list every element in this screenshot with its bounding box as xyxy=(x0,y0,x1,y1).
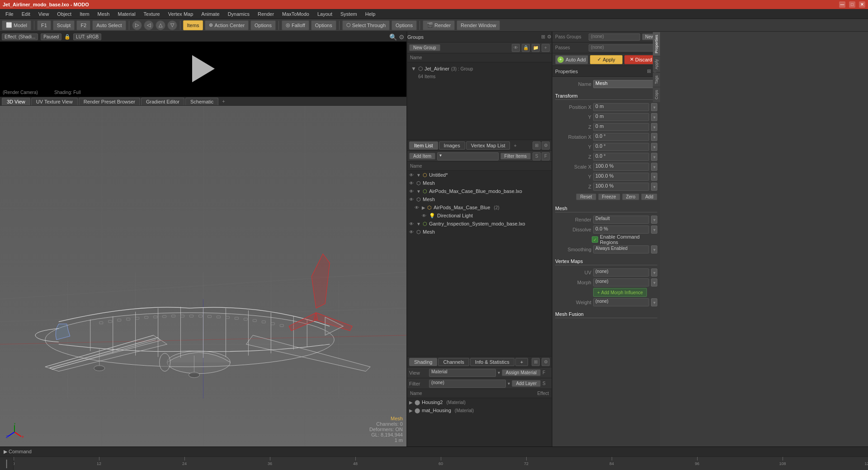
pass-groups-val[interactable]: (none) xyxy=(589,33,640,41)
group-item-jet[interactable]: ▼ ⬡ Jet_Airliner (3) : Group xyxy=(409,64,550,73)
minimize-btn[interactable]: — xyxy=(839,1,845,8)
pst-cops[interactable]: Cops xyxy=(653,87,660,102)
paused-btn[interactable]: Paused xyxy=(41,33,61,40)
position-z-input[interactable]: 0 m xyxy=(593,123,649,131)
rot-y-arrow[interactable]: ▾ xyxy=(651,143,657,151)
shading-item-mat-housing[interactable]: ▶ ⬤ mat_Housing (Material) xyxy=(407,406,552,414)
render-btn[interactable]: 🎬 Render xyxy=(423,20,455,30)
menu-mesh[interactable]: Mesh xyxy=(94,10,113,18)
rotation-y-input[interactable]: 0.0 ° xyxy=(593,143,649,151)
tab-gradient-editor[interactable]: Gradient Editor xyxy=(141,98,184,105)
tab-3d-view[interactable]: 3D View xyxy=(2,98,30,105)
model-btn[interactable]: ⬜ Model xyxy=(2,20,31,30)
morph-select[interactable]: (none) xyxy=(593,278,649,287)
weight-select[interactable]: (none) xyxy=(593,298,649,306)
menu-render[interactable]: Render xyxy=(254,10,278,18)
render-arrow[interactable]: ▾ xyxy=(651,216,657,224)
scale-z-input[interactable]: 100.0 % xyxy=(593,183,649,191)
tab-vertex-map[interactable]: Vertex Map List xyxy=(466,141,510,150)
menu-help[interactable]: Help xyxy=(362,10,379,18)
lut-btn[interactable]: LUT: sRGB xyxy=(73,33,101,40)
assign-material-btn[interactable]: Assign Material xyxy=(502,369,541,376)
tab-shading[interactable]: Shading xyxy=(409,358,437,366)
shading-expand-icon[interactable]: ⊞ xyxy=(532,358,540,366)
gear-icon[interactable]: ⚙ xyxy=(547,34,552,40)
item-directional-light[interactable]: 👁 💡 Directional Light xyxy=(407,212,552,220)
tab-uv-texture[interactable]: UV Texture View xyxy=(31,98,78,105)
tab-schematic[interactable]: Schematic xyxy=(185,98,218,105)
mode-btn-4[interactable]: ▽ xyxy=(167,20,177,30)
falloff-btn[interactable]: ◎ Falloff xyxy=(282,20,309,30)
new-group-btn[interactable]: New Group xyxy=(409,44,440,51)
sh-expand2-icon[interactable]: ▶ xyxy=(409,408,413,413)
item-untitled[interactable]: 👁 ▼ ⬡ Untitled* xyxy=(407,171,552,179)
menu-view[interactable]: View xyxy=(35,10,53,18)
position-x-input[interactable]: 0 m xyxy=(593,103,649,111)
filter-items-btn[interactable]: Filter Items xyxy=(500,153,531,160)
menu-layout[interactable]: Layout xyxy=(314,10,336,18)
expand-icon[interactable]: ⊞ xyxy=(541,34,545,40)
tab-render-preset[interactable]: Render Preset Browser xyxy=(79,98,140,105)
menu-object[interactable]: Object xyxy=(53,10,75,18)
props-expand-icon[interactable]: ⊞ xyxy=(647,68,651,74)
groups-folder-icon[interactable]: 📁 xyxy=(532,44,540,52)
maximize-btn[interactable]: □ xyxy=(849,1,855,8)
item-gantry-mesh[interactable]: 👁 ⬡ Mesh xyxy=(407,228,552,236)
add-layer-btn[interactable]: Add Layer xyxy=(512,380,541,387)
pst-apply[interactable]: Apply xyxy=(653,56,660,72)
zoom-icon[interactable]: 🔍 xyxy=(389,33,397,41)
f2-btn[interactable]: F2 xyxy=(76,20,90,30)
freeze-btn[interactable]: Freeze xyxy=(598,193,620,200)
smoothing-select[interactable]: Always Enabled xyxy=(593,245,649,254)
mode-btn-1[interactable]: ▷ xyxy=(132,20,142,30)
tab-info-stats[interactable]: Info & Statistics xyxy=(470,358,514,366)
menu-edit[interactable]: Edit xyxy=(18,10,34,18)
tab-item-list[interactable]: Item List xyxy=(409,141,438,150)
tab-sh-more[interactable]: + xyxy=(515,358,528,366)
items-btn[interactable]: Items xyxy=(183,20,203,30)
sh-expand-icon[interactable]: ▶ xyxy=(409,400,413,405)
dissolve-input[interactable]: 0.0 % xyxy=(593,226,649,234)
uv-select[interactable]: (none) xyxy=(593,268,649,277)
play-button[interactable] xyxy=(192,55,215,82)
groups-lock-icon[interactable]: 🔒 xyxy=(522,44,530,52)
item-expand-icon[interactable]: ⊞ xyxy=(533,141,541,150)
reset-btn[interactable]: Reset xyxy=(576,193,596,200)
render-window-btn[interactable]: Render Window xyxy=(457,20,500,30)
rot-z-arrow[interactable]: ▾ xyxy=(651,153,657,161)
uv-arrow[interactable]: ▾ xyxy=(651,268,657,277)
tab-more[interactable]: + xyxy=(511,142,519,149)
zero-btn[interactable]: Zero xyxy=(622,193,640,200)
f1-btn[interactable]: F1 xyxy=(37,20,51,30)
pst-properties[interactable]: Properties xyxy=(653,32,660,56)
filter-dropdown[interactable]: (none) xyxy=(429,380,506,388)
tab-channels[interactable]: Channels xyxy=(438,358,469,366)
eye-icon[interactable]: 👁 xyxy=(409,173,415,178)
viewport-inner[interactable]: Perspective Default Ray GL: Off ⟳ ⊡ 🔍 ⚙ xyxy=(0,106,406,446)
menu-maxtomodo[interactable]: MaxToModo xyxy=(278,10,313,18)
item-airpods-mesh[interactable]: 👁 ⬡ Mesh xyxy=(407,195,552,203)
menu-vertexmap[interactable]: Vertex Map xyxy=(165,10,197,18)
name-input[interactable]: Mesh xyxy=(593,80,657,88)
expand-icon[interactable]: ▼ xyxy=(416,173,421,178)
item-s-btn[interactable]: S xyxy=(533,152,541,160)
item-list[interactable]: 👁 ▼ ⬡ Untitled* 👁 ⬡ Mesh 👁 ▼ ⬡ AirPods_M… xyxy=(407,171,552,356)
shading-list[interactable]: ▶ ⬤ Housing2 (Material) ▶ ⬤ mat_Housing … xyxy=(407,398,552,446)
pos-y-arrow[interactable]: ▾ xyxy=(651,113,657,121)
enable-cmd-checkbox[interactable]: ✓ xyxy=(592,236,598,243)
add-item-btn[interactable]: Add Item xyxy=(409,153,435,160)
groups-add-icon[interactable]: + xyxy=(542,44,550,52)
add-item-dropdown[interactable]: ▾ xyxy=(437,152,499,160)
menu-dynamics[interactable]: Dynamics xyxy=(224,10,253,18)
options-btn[interactable]: Options xyxy=(250,20,276,30)
timeline-ruler[interactable]: 01224364860728496108120 xyxy=(14,457,868,470)
material-dropdown[interactable]: Material xyxy=(429,369,496,377)
close-btn[interactable]: ✕ xyxy=(859,1,865,8)
pst-tags[interactable]: Tags xyxy=(653,72,660,87)
dropdown-arrow-icon[interactable]: ▾ xyxy=(498,370,500,375)
groups-eye-icon[interactable]: 👁 xyxy=(512,44,520,52)
item-airpods-obj[interactable]: 👁 ▶ ⬡ AirPods_Max_Case_Blue (2) xyxy=(407,203,552,212)
tab-images[interactable]: Images xyxy=(439,141,465,150)
menu-material[interactable]: Material xyxy=(114,10,139,18)
menu-animate[interactable]: Animate xyxy=(198,10,223,18)
